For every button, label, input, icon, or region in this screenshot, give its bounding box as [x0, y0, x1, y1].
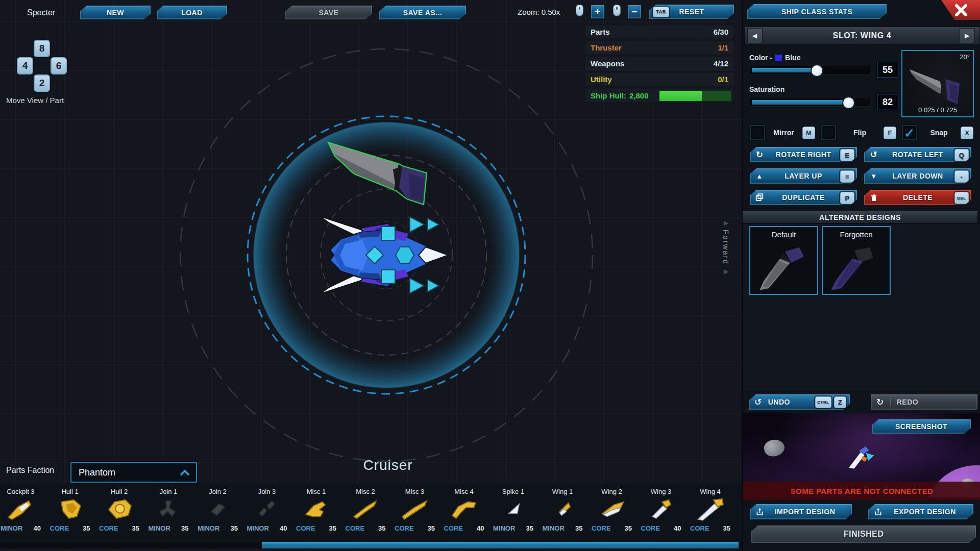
flip-checkbox[interactable]: ✓: [821, 125, 836, 140]
part-item-wing2[interactable]: Wing 2CORE35: [587, 488, 636, 539]
stat-value: 4/12: [714, 59, 728, 68]
next-slot-button[interactable]: ▶: [960, 29, 974, 43]
color-label-row: Color - Blue: [749, 54, 800, 62]
import-design-button[interactable]: IMPORT DESIGN: [750, 504, 852, 519]
hull1-icon: [45, 497, 95, 521]
misc4-icon: [439, 497, 489, 521]
part-type: MINOR: [247, 524, 269, 532]
mirror-checkbox[interactable]: ✓: [750, 125, 765, 140]
color-value-box[interactable]: 55: [877, 62, 898, 78]
spike1-icon: [488, 497, 538, 521]
part-cost: 40: [477, 524, 484, 532]
color-slider-knob[interactable]: [811, 64, 823, 77]
save-as-button[interactable]: SAVE AS...: [379, 6, 466, 19]
design-thumb-forgotten[interactable]: Forgotten: [822, 226, 891, 295]
export-design-button[interactable]: EXPORT DESIGN: [868, 504, 973, 519]
color-swatch: [775, 55, 782, 61]
part-cost: 35: [132, 524, 139, 532]
stat-row: Parts6/30: [585, 26, 733, 38]
toggle-label: Flip: [853, 129, 866, 137]
close-button[interactable]: [941, 0, 980, 20]
keypad-left-key: 4: [17, 57, 33, 74]
part-item-wing1[interactable]: Wing 1MINOR35: [538, 488, 587, 539]
keypad-right-key: 6: [51, 57, 67, 74]
stat-label: Thruster: [591, 43, 622, 52]
part-type: CORE: [50, 524, 69, 532]
rotate-right-button[interactable]: ↻ ROTATE RIGHT E: [750, 147, 857, 162]
part-item-hull1[interactable]: Hull 1CORE35: [45, 488, 95, 539]
part-item-misc2[interactable]: Misc 2CORE35: [341, 488, 390, 539]
ship-design[interactable]: [320, 216, 448, 294]
rotate-ccw-icon: ↺: [868, 148, 880, 161]
cockpit3-icon: [0, 497, 45, 521]
screenshot-button[interactable]: SCREENSHOT: [872, 419, 971, 434]
layer-down-button[interactable]: ▼ LAYER DOWN -: [864, 168, 971, 184]
arrow-down-icon: ▼: [868, 170, 880, 182]
faction-value: Phantom: [79, 467, 115, 478]
part-type: CORE: [296, 524, 315, 532]
part-type: MINOR: [198, 524, 219, 532]
finished-button[interactable]: FINISHED: [751, 525, 976, 543]
part-item-cockpit3[interactable]: Cockpit 3MINOR40: [0, 488, 45, 539]
zoom-level-label: Zoom: 0.50x: [518, 8, 560, 16]
save-button[interactable]: SAVE: [285, 6, 372, 19]
wing4-icon: [685, 497, 735, 521]
part-item-join2[interactable]: Join 2MINOR35: [193, 488, 242, 539]
part-cost: 40: [34, 524, 41, 532]
key-badge: P: [840, 192, 854, 204]
ship-class-stats-button[interactable]: SHIP CLASS STATS: [747, 4, 887, 19]
part-cost: 35: [83, 524, 90, 532]
saturation-value-box[interactable]: 82: [877, 94, 898, 110]
faction-dropdown[interactable]: Phantom: [70, 462, 197, 483]
stat-value: 1/1: [718, 43, 728, 52]
part-item-spike1[interactable]: Spike 1MINOR35: [488, 488, 538, 539]
part-cost: 35: [329, 524, 336, 532]
color-slider[interactable]: [750, 66, 870, 74]
part-item-hull2[interactable]: Hull 2CORE35: [94, 488, 144, 539]
part-name: Wing 3: [636, 488, 686, 496]
parts-palette: Cockpit 3MINOR40Hull 1CORE35Hull 2CORE35…: [0, 484, 742, 541]
reset-button[interactable]: TAB RESET: [649, 5, 734, 19]
key-badge: =: [840, 170, 854, 183]
rotate-left-button[interactable]: ↺ ROTATE LEFT Q: [864, 147, 971, 162]
move-hint: Move View / Part: [6, 96, 64, 105]
layer-up-button[interactable]: ▲ LAYER UP =: [750, 168, 857, 184]
ship-stats-panel: Parts6/30Thruster1/1Weapons4/12Utility0/…: [585, 26, 733, 107]
zoom-out-button[interactable]: −: [628, 5, 641, 18]
wing1-icon: [538, 497, 587, 521]
part-item-misc3[interactable]: Misc 3CORE35: [390, 488, 439, 539]
mini-ship: [842, 441, 884, 475]
design-thumb-default[interactable]: Default: [749, 226, 818, 295]
hull-bar-fill: [659, 91, 702, 101]
part-type: MINOR: [493, 524, 515, 532]
new-button[interactable]: NEW: [80, 6, 151, 19]
part-item-misc1[interactable]: Misc 1CORE35: [291, 488, 341, 539]
duplicate-button[interactable]: DUPLICATE P: [750, 190, 857, 205]
misc3-icon: [390, 497, 439, 521]
snap-checkbox[interactable]: ✓: [902, 125, 917, 140]
saturation-slider-knob[interactable]: [842, 96, 855, 109]
toggles-row: ✓MirrorM✓FlipF✓SnapX: [750, 125, 973, 140]
delete-button[interactable]: DELETE DEL: [864, 190, 971, 205]
part-item-join1[interactable]: Join 1MINOR35: [144, 488, 193, 539]
zoom-in-button[interactable]: +: [591, 5, 604, 18]
toggle-flip: ✓FlipF: [821, 125, 896, 140]
saturation-slider[interactable]: [750, 98, 870, 106]
part-item-wing4[interactable]: Wing 4CORE35: [685, 488, 735, 539]
part-type: CORE: [641, 524, 660, 532]
undo-icon: ↺: [754, 397, 762, 408]
load-button[interactable]: LOAD: [157, 6, 227, 19]
key-badge: E: [840, 149, 854, 161]
part-name: Cockpit 3: [0, 488, 45, 496]
redo-button[interactable]: ↻ REDO: [871, 394, 977, 410]
prev-slot-button[interactable]: ◀: [748, 29, 762, 43]
hull-label: Ship Hull:: [591, 91, 626, 100]
editor-side-panel: SHIP CLASS STATS ◀ SLOT: WING 4 ▶ Color …: [742, 0, 980, 551]
undo-button[interactable]: ↺ UNDO CTRL Z: [749, 394, 850, 410]
part-item-misc4[interactable]: Misc 4CORE40: [439, 488, 489, 539]
z-key-badge: Z: [834, 396, 846, 408]
part-item-wing3[interactable]: Wing 3CORE40: [636, 488, 686, 539]
part-name: Hull 2: [94, 488, 144, 496]
part-item-join3[interactable]: Join 3MINOR40: [242, 488, 292, 539]
parts-scrollbar-thumb[interactable]: [262, 542, 739, 548]
